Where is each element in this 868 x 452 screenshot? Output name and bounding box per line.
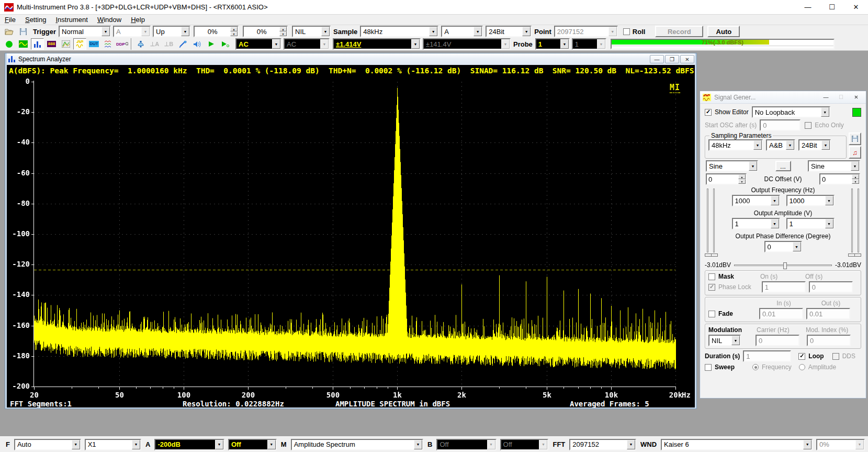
generator-close-button[interactable]: ✕	[849, 93, 863, 102]
probe-a-select[interactable]: 1	[535, 38, 570, 50]
close-button[interactable]: ✕	[844, 0, 868, 14]
zoom-select[interactable]: X1	[85, 439, 141, 450]
mask-checkbox[interactable]	[708, 273, 715, 280]
spectrum-minimize-button[interactable]: —	[650, 55, 664, 63]
dropdown-arrow-icon[interactable]	[597, 39, 605, 49]
mask-on-input[interactable]: 1	[762, 281, 806, 293]
mod-index-input[interactable]: 0	[807, 335, 851, 346]
menu-instrument[interactable]: Instrument	[51, 15, 92, 24]
b-range-select[interactable]: Off	[436, 439, 496, 450]
dropdown-arrow-icon[interactable]	[414, 440, 422, 449]
slider-handle[interactable]	[854, 253, 861, 257]
dropdown-arrow-icon[interactable]	[771, 196, 779, 205]
sample-channel-select[interactable]: A	[441, 26, 483, 37]
start-osc-input[interactable]: 0	[760, 119, 801, 131]
dropdown-arrow-icon[interactable]	[539, 440, 547, 449]
dropdown-arrow-icon[interactable]	[753, 140, 762, 150]
run-stop-button[interactable]	[3, 38, 16, 50]
echo-only-checkbox[interactable]	[805, 122, 811, 129]
dc-offset-a-stepper[interactable]: 0▲▼	[706, 173, 747, 185]
coupling-a-select[interactable]: AC	[235, 38, 281, 50]
dropdown-arrow-icon[interactable]	[821, 140, 830, 150]
modulation-type-select[interactable]: NIL	[708, 335, 741, 346]
show-editor-checkbox[interactable]	[705, 109, 712, 116]
amplitude-a-select[interactable]: 1	[732, 218, 780, 229]
dropdown-arrow-icon[interactable]	[132, 440, 140, 449]
dropdown-arrow-icon[interactable]	[793, 242, 801, 251]
dropdown-arrow-icon[interactable]	[215, 440, 223, 449]
dropdown-arrow-icon[interactable]	[522, 27, 531, 36]
dropdown-arrow-icon[interactable]	[141, 27, 150, 36]
display-mode-select[interactable]: Amplitude Spectrum	[291, 439, 423, 450]
dropdown-arrow-icon[interactable]	[627, 440, 635, 449]
dropdown-arrow-icon[interactable]	[771, 219, 779, 228]
dropdown-arrow-icon[interactable]	[851, 161, 859, 171]
a-shift-select[interactable]: Off	[228, 439, 277, 450]
fade-in-input[interactable]: 0.01	[759, 308, 803, 319]
window-function-select[interactable]: Kaiser 6	[661, 439, 813, 450]
generator-save-button[interactable]	[849, 133, 861, 145]
sound-device-button[interactable]	[190, 38, 204, 50]
sweep-amplitude-radio[interactable]	[799, 364, 805, 370]
dropdown-arrow-icon[interactable]	[803, 440, 811, 449]
spinner-arrows-icon[interactable]: ▲▼	[852, 174, 859, 184]
freq-axis-range-select[interactable]: Auto	[14, 439, 81, 450]
dropdown-arrow-icon[interactable]	[181, 27, 189, 36]
dds-checkbox[interactable]	[832, 353, 839, 360]
dropdown-arrow-icon[interactable]	[72, 440, 80, 449]
alarm-button[interactable]	[134, 38, 147, 50]
marker-b-button[interactable]: ⊥B	[162, 38, 175, 50]
duration-input[interactable]: 1	[743, 350, 791, 362]
trigger-level-stepper[interactable]: 0%▲▼	[194, 26, 239, 37]
gen-sample-rate-select[interactable]: 48kHz	[708, 139, 763, 151]
generator-maximize-button[interactable]: ☐	[834, 93, 848, 102]
spinner-arrows-icon[interactable]: ▲▼	[738, 174, 746, 184]
dropdown-arrow-icon[interactable]	[821, 107, 829, 117]
trigger-edge-select[interactable]: Up	[153, 26, 190, 37]
amplitude-slider-b2[interactable]	[858, 189, 859, 252]
play-loop-button[interactable]	[219, 38, 232, 50]
spinner-arrows-icon[interactable]: ▲▼	[279, 27, 287, 36]
device-test-plan-button[interactable]: DUT	[87, 38, 100, 50]
generator-titlebar[interactable]: Signal Gener... — ☐ ✕	[700, 91, 866, 104]
spectrum-restore-button[interactable]: ❐	[665, 55, 679, 63]
spectrum-window-titlebar[interactable]: Spectrum Analyzer — ❐ ✕	[7, 53, 695, 65]
fft-size-select[interactable]: 2097152	[569, 439, 636, 450]
dc-offset-b-stepper[interactable]: 0▲▼	[819, 173, 860, 185]
spectrum-analyzer-button[interactable]	[31, 38, 44, 50]
dropdown-arrow-icon[interactable]	[731, 336, 740, 345]
dropdown-arrow-icon[interactable]	[786, 140, 794, 150]
amplitude-b-select[interactable]: 1	[786, 218, 835, 229]
range-b-select[interactable]: ±141.4V	[423, 38, 511, 50]
sample-bits-select[interactable]: 24Bit	[486, 26, 532, 37]
coupling-b-select[interactable]: AC	[284, 38, 330, 50]
phase-select[interactable]: 0	[764, 241, 802, 252]
mask-off-input[interactable]: 0	[809, 281, 853, 293]
carrier-input[interactable]: 0	[756, 335, 799, 346]
dropdown-arrow-icon[interactable]	[501, 39, 510, 49]
trigger-hpf-select[interactable]: NIL	[292, 26, 331, 37]
frequency-b-select[interactable]: 1000	[786, 195, 835, 206]
dropdown-arrow-icon[interactable]	[608, 27, 617, 36]
marker-a-button[interactable]: ⊥A	[148, 38, 161, 50]
signal-generator-button[interactable]	[73, 38, 86, 50]
menu-help[interactable]: Help	[126, 15, 150, 24]
gen-bits-select[interactable]: 24Bit	[798, 139, 831, 151]
trigger-delay-stepper[interactable]: 0%▲▼	[243, 26, 288, 37]
minimize-button[interactable]: —	[796, 0, 820, 14]
dropdown-arrow-icon[interactable]	[825, 196, 833, 205]
loop-checkbox[interactable]	[798, 353, 805, 360]
trigger-source-select[interactable]: A	[113, 26, 151, 37]
dropdown-arrow-icon[interactable]	[474, 27, 482, 36]
generator-minimize-button[interactable]: —	[819, 93, 833, 102]
dropdown-arrow-icon[interactable]	[321, 27, 330, 36]
dropdown-arrow-icon[interactable]	[267, 440, 276, 449]
waveform-more-button[interactable]: ...	[775, 161, 791, 171]
dropdown-arrow-icon[interactable]	[825, 219, 833, 228]
phase-lock-checkbox[interactable]	[708, 284, 715, 291]
waveform-b-select[interactable]: Sine	[808, 160, 860, 172]
roll-checkbox[interactable]	[623, 28, 630, 35]
spinner-arrows-icon[interactable]: ▲▼	[230, 27, 238, 36]
spectrum-close-button[interactable]: ✕	[680, 55, 694, 63]
save-file-button[interactable]	[17, 26, 30, 37]
